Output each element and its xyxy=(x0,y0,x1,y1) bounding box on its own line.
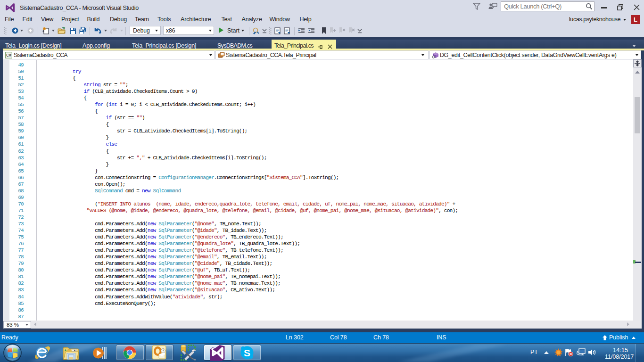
svg-text:C#: C# xyxy=(6,53,11,58)
svg-text:S: S xyxy=(244,347,250,358)
